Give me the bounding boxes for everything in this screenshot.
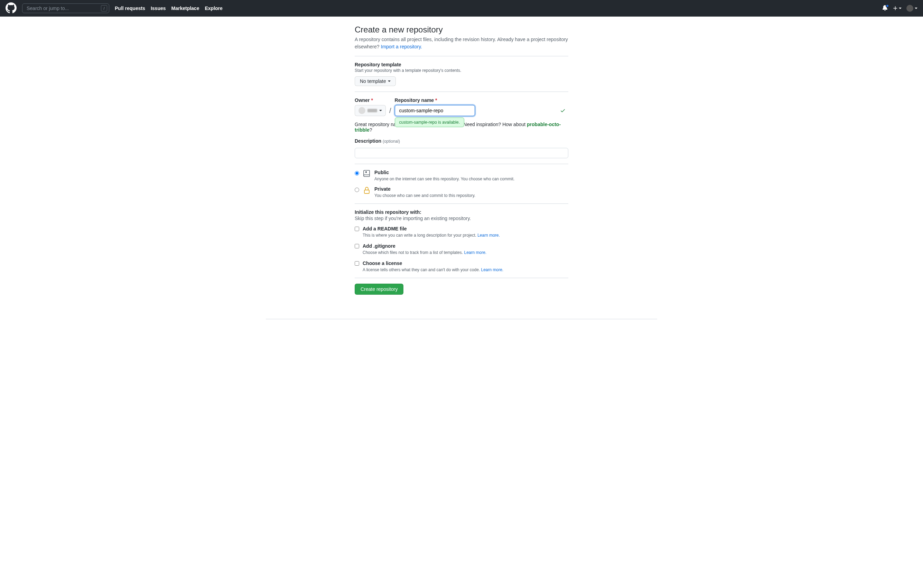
visibility-public-row: Public Anyone on the internet can see th…: [355, 170, 568, 181]
divider: [355, 278, 568, 278]
initialize-skip-hint: Skip this step if you're importing an ex…: [355, 216, 568, 221]
primary-nav: Pull requests Issues Marketplace Explore: [115, 5, 223, 11]
caret-down-icon: [899, 8, 902, 9]
search-box: /: [22, 3, 109, 13]
global-header: / Pull requests Issues Marketplace Explo…: [0, 0, 923, 16]
divider: [355, 203, 568, 204]
initialize-heading: Initialize this repository with:: [355, 210, 568, 215]
nav-explore[interactable]: Explore: [205, 5, 222, 11]
nav-issues[interactable]: Issues: [151, 5, 166, 11]
private-hint: You choose who can see and commit to thi…: [374, 193, 475, 198]
nav-pull-requests[interactable]: Pull requests: [115, 5, 145, 11]
description-label-text: Description: [355, 138, 381, 144]
description-input[interactable]: [355, 148, 568, 158]
readme-label: Add a README file: [363, 226, 500, 231]
owner-column: Owner *: [355, 97, 386, 116]
lock-icon: [363, 186, 371, 195]
private-label: Private: [374, 186, 475, 192]
gitignore-hint: Choose which files not to track from a l…: [363, 250, 486, 255]
divider: [355, 92, 568, 92]
suggestion-suffix: ?: [370, 127, 372, 133]
private-text: Private You choose who can see and commi…: [374, 186, 475, 198]
public-hint: Anyone on the internet can see this repo…: [374, 177, 514, 181]
github-logo-icon: [5, 2, 16, 13]
availability-tooltip: custom-sample-repo is available.: [395, 118, 464, 127]
license-learn-more-link[interactable]: Learn more.: [481, 267, 504, 272]
description-label: Description (optional): [355, 138, 568, 144]
description-section: Description (optional): [355, 138, 568, 158]
visibility-public-radio[interactable]: [355, 171, 359, 175]
template-section: Repository template Start your repositor…: [355, 62, 568, 86]
owner-avatar: [358, 107, 365, 114]
template-button-label: No template: [360, 79, 386, 84]
owner-label-text: Owner: [355, 97, 370, 103]
readme-checkbox[interactable]: [355, 227, 359, 231]
readme-learn-more-link[interactable]: Learn more.: [477, 233, 500, 237]
owner-repo-row: Owner * / Repository name * custom-sampl…: [355, 97, 568, 116]
readme-text: Add a README file This is where you can …: [363, 226, 500, 237]
divider: [355, 164, 568, 164]
create-repository-button[interactable]: Create repository: [355, 283, 403, 295]
visibility-private-row: Private You choose who can see and commi…: [355, 186, 568, 198]
footer-divider: [266, 319, 657, 319]
license-hint-prefix: A license tells others what they can and…: [363, 267, 481, 272]
gitignore-label: Add .gitignore: [363, 243, 486, 249]
repo-public-icon: [363, 170, 371, 178]
owner-name-redacted: [368, 109, 377, 112]
search-slash-hint: /: [101, 5, 107, 11]
check-icon: [560, 108, 565, 113]
caret-down-icon: [379, 110, 382, 111]
public-text: Public Anyone on the internet can see th…: [374, 170, 514, 181]
owner-repo-separator: /: [389, 107, 391, 115]
page-subtitle: A repository contains all project files,…: [355, 36, 568, 51]
optional-hint: (optional): [383, 139, 400, 144]
search-input[interactable]: [22, 3, 109, 13]
owner-label: Owner *: [355, 97, 386, 103]
nav-marketplace[interactable]: Marketplace: [171, 5, 199, 11]
divider: [355, 56, 568, 56]
template-hint: Start your repository with a template re…: [355, 68, 568, 73]
readme-hint: This is where you can write a long descr…: [363, 233, 500, 237]
page-title: Create a new repository: [355, 25, 568, 34]
caret-down-icon: [915, 8, 918, 9]
svg-rect-0: [365, 190, 369, 193]
header-right: [882, 5, 918, 12]
caret-down-icon: [388, 80, 391, 82]
github-logo-link[interactable]: [5, 2, 16, 15]
gitignore-hint-prefix: Choose which files not to track from a l…: [363, 250, 464, 255]
public-label: Public: [374, 170, 514, 175]
repo-name-label: Repository name *: [395, 97, 568, 103]
gitignore-checkbox[interactable]: [355, 244, 359, 248]
license-hint: A license tells others what they can and…: [363, 267, 503, 272]
repo-name-label-text: Repository name: [395, 97, 434, 103]
repo-name-column: Repository name * custom-sample-repo is …: [395, 97, 568, 116]
user-menu[interactable]: [907, 5, 918, 12]
gitignore-text: Add .gitignore Choose which files not to…: [363, 243, 486, 255]
main-content: Create a new repository A repository con…: [349, 16, 574, 308]
visibility-private-radio[interactable]: [355, 188, 359, 192]
repo-name-input-wrap: custom-sample-repo is available.: [395, 105, 568, 116]
user-avatar: [907, 5, 913, 12]
readme-row: Add a README file This is where you can …: [355, 226, 568, 237]
repo-name-input[interactable]: [395, 105, 475, 116]
license-text: Choose a license A license tells others …: [363, 260, 503, 272]
import-repo-link[interactable]: Import a repository.: [381, 44, 422, 49]
template-label: Repository template: [355, 62, 568, 67]
notification-badge: [886, 4, 889, 8]
license-label: Choose a license: [363, 260, 503, 266]
template-select-button[interactable]: No template: [355, 76, 396, 86]
plus-icon: [893, 5, 898, 11]
license-checkbox[interactable]: [355, 261, 359, 266]
notifications-button[interactable]: [882, 5, 888, 12]
create-menu[interactable]: [893, 5, 902, 11]
license-row: Choose a license A license tells others …: [355, 260, 568, 272]
required-asterisk: *: [371, 97, 373, 103]
gitignore-row: Add .gitignore Choose which files not to…: [355, 243, 568, 255]
owner-select-button[interactable]: [355, 105, 386, 116]
readme-hint-prefix: This is where you can write a long descr…: [363, 233, 477, 237]
required-asterisk: *: [435, 97, 437, 103]
gitignore-learn-more-link[interactable]: Learn more.: [464, 250, 486, 255]
